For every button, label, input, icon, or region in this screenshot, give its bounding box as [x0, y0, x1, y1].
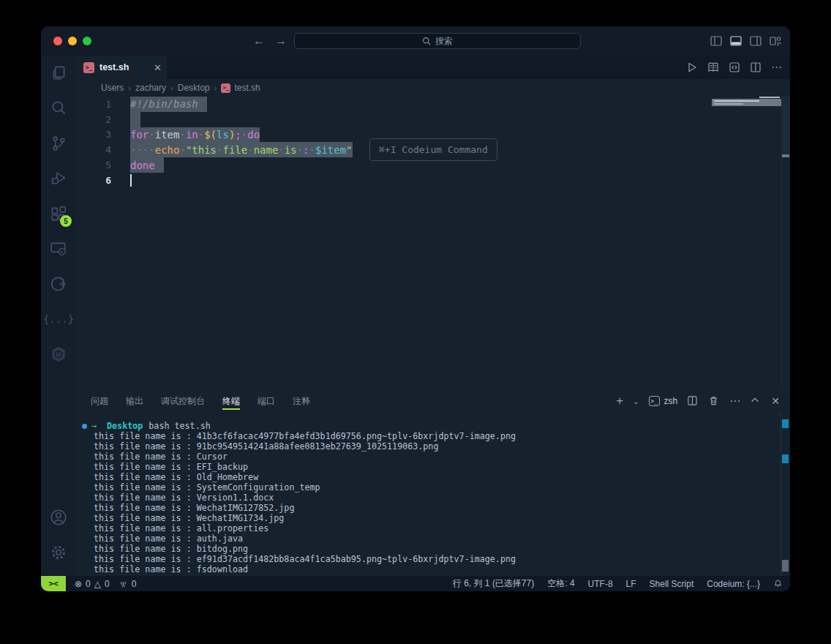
terminal-output[interactable]: →Desktopbash test.shthis file name is : … [76, 413, 790, 576]
explorer-icon[interactable] [41, 56, 76, 91]
run-debug-icon[interactable] [41, 161, 76, 196]
toggle-primary-sidebar-icon[interactable] [710, 35, 722, 47]
editor-line[interactable]: 2 [76, 112, 781, 127]
terminal-scrollbar-thumb[interactable] [782, 560, 789, 572]
panel-tab-终端[interactable]: 终端 [222, 389, 240, 413]
breadcrumb: Users›zachary›Desktop›>_test.sh [76, 79, 790, 97]
extensions-icon[interactable]: 5 [41, 196, 76, 231]
status-language-mode[interactable]: Shell Script [650, 579, 694, 589]
line-number: 3 [76, 129, 111, 140]
code-editor[interactable]: 1#!/bin/bash23for·item·in·$(ls);·do4····… [76, 97, 790, 389]
open-preview-icon[interactable] [707, 61, 719, 73]
tab-test-sh[interactable]: >_ test.sh ✕ [76, 56, 168, 79]
settings-gear-icon[interactable] [41, 535, 76, 570]
activity-bar: 5 {...} [41, 56, 76, 576]
toggle-secondary-sidebar-icon[interactable] [750, 35, 762, 47]
ports-status[interactable]: 0 [119, 579, 137, 589]
terminal-instance-zsh[interactable]: >_ zsh [649, 396, 678, 406]
navigate-back-icon[interactable]: ← [253, 34, 265, 48]
problems-status[interactable]: ⊗ 0 △ 0 [75, 579, 110, 589]
command-decoration-dot[interactable] [82, 424, 87, 429]
status-eol[interactable]: LF [626, 579, 636, 589]
remote-indicator[interactable]: >< [41, 576, 66, 591]
search-view-icon[interactable] [41, 91, 76, 126]
breadcrumb-label: zachary [135, 83, 166, 93]
new-terminal-icon[interactable]: + [616, 394, 623, 408]
editor-line[interactable]: 6 [76, 173, 781, 188]
terminal-output-line: this file name is : bitdog.png [76, 544, 780, 554]
terminal-scrollbar[interactable] [781, 413, 790, 576]
error-count: 0 [86, 579, 91, 589]
prompt-command: bash test.sh [148, 421, 210, 431]
status-indentation[interactable]: 空格: 4 [547, 577, 574, 590]
panel-more-actions-icon[interactable]: ⋯ [729, 394, 740, 408]
breadcrumb-item[interactable]: Users [101, 83, 124, 93]
status-encoding[interactable]: UTF-8 [588, 579, 613, 589]
kill-terminal-trash-icon[interactable] [708, 395, 720, 407]
panel-tab-端口[interactable]: 端口 [257, 389, 275, 413]
maximize-panel-icon[interactable] [750, 395, 762, 407]
panel-tab-注释[interactable]: 注释 [293, 389, 310, 413]
navigate-forward-icon[interactable]: → [275, 34, 287, 48]
editor-scrollbar-slider[interactable] [781, 97, 790, 157]
terminal-output-line: this file name is : ef91d37acdf1482bb8ac… [76, 554, 780, 564]
power-hexagon-icon[interactable] [41, 337, 76, 372]
warning-count: 0 [105, 579, 110, 589]
panel-tab-调试控制台[interactable]: 调试控制台 [161, 389, 205, 413]
terminal-output-line: this file name is : 41b3cf6facac4977bfa4… [76, 431, 780, 441]
split-terminal-icon[interactable] [687, 395, 699, 407]
panel-tabs: 问题输出调试控制台终端端口注释 [91, 389, 310, 413]
shellscript-file-icon: >_ [83, 62, 94, 73]
remote-explorer-icon[interactable] [41, 231, 76, 266]
account-icon[interactable] [41, 500, 76, 535]
run-file-icon[interactable] [686, 61, 698, 73]
traffic-lights [53, 37, 91, 45]
more-actions-icon[interactable]: ⋯ [771, 61, 783, 74]
terminal-output-line: this file name is : all.properties [76, 523, 780, 533]
terminal-output-line: this file name is : Old_Homebrew [76, 472, 780, 482]
toggle-panel-icon[interactable] [730, 35, 742, 47]
close-window-button[interactable] [53, 37, 62, 45]
code-text: for·item·in·$(ls);·do [130, 127, 260, 143]
breadcrumb-item[interactable]: zachary [135, 83, 166, 93]
terminal-icon: >_ [649, 396, 660, 406]
breadcrumb-item[interactable]: >_test.sh [221, 83, 260, 93]
extensions-badge: 5 [60, 215, 72, 227]
terminal-shell-label: zsh [664, 396, 678, 406]
terminal-output-line: this file name is : 91bc9549514241a88afe… [76, 441, 780, 452]
shellscript-file-icon: >_ [221, 83, 230, 93]
zoom-window-button[interactable] [83, 37, 91, 45]
radio-tower-icon [119, 579, 128, 588]
line-number: 2 [76, 114, 111, 125]
open-changes-icon[interactable] [729, 61, 740, 73]
minimap[interactable] [712, 99, 781, 106]
editor-line[interactable]: 1#!/bin/bash [76, 97, 781, 112]
breadcrumb-item[interactable]: Desktop [178, 83, 210, 93]
editor-scrollbar[interactable] [781, 97, 790, 389]
error-icon: ⊗ [75, 579, 82, 589]
status-cursor-position[interactable]: 行 6, 列 1 (已选择77) [453, 577, 534, 590]
split-editor-icon[interactable] [750, 61, 762, 73]
code-text: #!/bin/bash [130, 97, 207, 112]
close-panel-icon[interactable]: ✕ [771, 395, 780, 407]
title-bar: ← → 搜索 [41, 26, 790, 56]
panel-tab-问题[interactable]: 问题 [91, 389, 108, 413]
terminal-lines: →Desktopbash test.shthis file name is : … [76, 421, 780, 574]
minimize-window-button[interactable] [68, 37, 77, 45]
terminal-dropdown-icon[interactable]: ⌄ [633, 397, 639, 405]
codeium-command-hint[interactable]: ⌘+I Codeium Command [369, 138, 497, 161]
terminal-output-line: this file name is : Cursor [76, 452, 780, 462]
terminal-prompt-line: →Desktopbash test.sh [76, 421, 780, 431]
status-codeium[interactable]: Codeium: {...} [707, 579, 760, 589]
codeium-arrow-icon[interactable] [41, 266, 76, 302]
breadcrumb-label: Desktop [178, 83, 210, 93]
customize-layout-icon[interactable] [770, 35, 781, 47]
braces-extension-icon[interactable]: {...} [41, 302, 76, 337]
panel-tab-输出[interactable]: 输出 [126, 389, 143, 413]
notifications-bell-icon[interactable] [773, 579, 783, 588]
vscode-window: ← → 搜索 [41, 26, 790, 591]
command-center-search[interactable]: 搜索 [294, 33, 581, 49]
tab-close-icon[interactable]: ✕ [154, 63, 162, 72]
breadcrumb-label: test.sh [234, 83, 260, 93]
source-control-icon[interactable] [41, 126, 76, 161]
